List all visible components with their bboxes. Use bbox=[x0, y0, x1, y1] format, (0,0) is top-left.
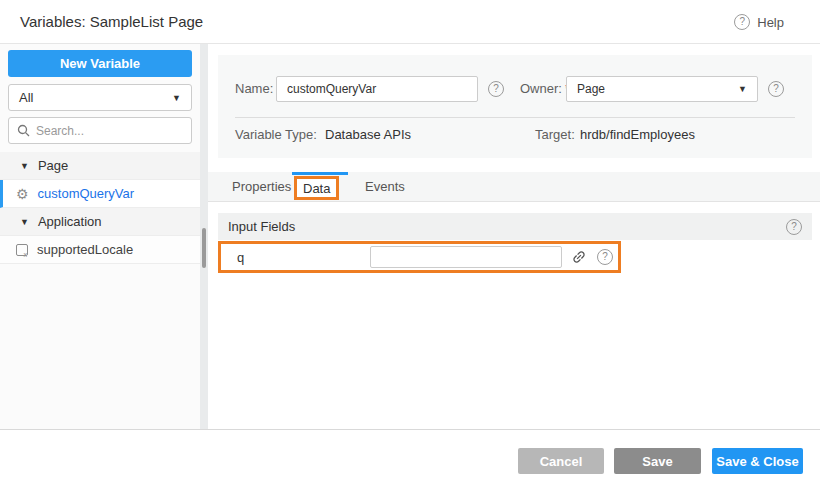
input-fields-header: Input Fields bbox=[218, 213, 812, 240]
input-fields-help-icon[interactable] bbox=[786, 219, 802, 235]
name-input[interactable] bbox=[276, 76, 478, 102]
tree-group-label: Page bbox=[38, 158, 68, 173]
tree-group-page[interactable]: ▼ Page bbox=[0, 152, 200, 180]
tree-group-label: Application bbox=[38, 214, 102, 229]
name-help-icon[interactable] bbox=[488, 81, 504, 97]
variable-search bbox=[8, 117, 192, 144]
new-variable-button[interactable]: New Variable bbox=[8, 50, 192, 77]
dialog-footer: Cancel Save Save & Close bbox=[0, 429, 820, 489]
bind-link-icon[interactable] bbox=[571, 249, 587, 265]
chevron-down-icon: ▼ bbox=[738, 84, 747, 94]
input-field-row-q: q bbox=[218, 241, 621, 273]
variable-meta-row: Variable Type: Database APIs Target: hrd… bbox=[235, 127, 795, 147]
detail-tabbar: Properties Data Events bbox=[208, 172, 820, 202]
name-label: Name:* bbox=[235, 76, 281, 102]
collapse-triangle-icon: ▼ bbox=[20, 217, 29, 227]
target-label: Target: bbox=[535, 127, 575, 142]
tree-item-supportedlocale[interactable]: supportedLocale bbox=[0, 236, 200, 264]
dialog-header: Variables: SampleList Page Help bbox=[0, 0, 820, 44]
sidebar-scrollbar[interactable] bbox=[200, 44, 208, 429]
help-button[interactable]: Help bbox=[734, 0, 784, 44]
active-tab-indicator bbox=[292, 172, 348, 175]
owner-help-icon[interactable] bbox=[768, 81, 784, 97]
tab-properties[interactable]: Properties bbox=[232, 172, 291, 202]
tree-item-customqueryvar[interactable]: ⚙ customQueryVar bbox=[0, 180, 200, 208]
tree-item-label: customQueryVar bbox=[38, 186, 135, 201]
page-title: Variables: SampleList Page bbox=[20, 0, 203, 44]
locale-icon bbox=[16, 244, 28, 256]
owner-label: Owner:* bbox=[520, 76, 570, 102]
tab-data[interactable]: Data bbox=[294, 176, 339, 200]
save-close-button[interactable]: Save & Close bbox=[712, 448, 803, 474]
tree-group-application[interactable]: ▼ Application bbox=[0, 208, 200, 236]
search-input[interactable] bbox=[36, 124, 183, 138]
variables-sidebar: New Variable All ▼ ▼ Page ⚙ customQueryV… bbox=[0, 44, 200, 429]
owner-selected-value: Page bbox=[577, 82, 605, 96]
search-icon bbox=[17, 124, 30, 137]
field-label-q: q bbox=[221, 250, 370, 265]
variable-type-value: Database APIs bbox=[325, 127, 411, 142]
variable-detail-panel: Name:* Owner:* Page ▼ Variable Type: Dat… bbox=[208, 44, 820, 429]
target-value: hrdb/findEmployees bbox=[580, 127, 695, 142]
tree-item-label: supportedLocale bbox=[37, 242, 133, 257]
variables-tree: ▼ Page ⚙ customQueryVar ▼ Application su… bbox=[0, 152, 200, 264]
variable-filter-select[interactable]: All ▼ bbox=[8, 84, 192, 111]
save-button[interactable]: Save bbox=[614, 448, 701, 474]
input-fields-title: Input Fields bbox=[228, 219, 295, 234]
variable-summary-panel: Name:* Owner:* Page ▼ Variable Type: Dat… bbox=[218, 55, 812, 158]
collapse-triangle-icon: ▼ bbox=[20, 161, 29, 171]
cancel-button[interactable]: Cancel bbox=[518, 448, 604, 474]
gear-icon: ⚙ bbox=[16, 187, 29, 201]
help-icon bbox=[734, 14, 750, 30]
field-input-q[interactable] bbox=[370, 246, 562, 268]
scrollbar-thumb[interactable] bbox=[202, 228, 206, 268]
panel-divider bbox=[235, 117, 795, 118]
help-label: Help bbox=[757, 15, 784, 30]
filter-selected-value: All bbox=[19, 90, 33, 105]
field-help-icon[interactable] bbox=[597, 249, 613, 265]
tab-events[interactable]: Events bbox=[365, 172, 405, 202]
owner-select[interactable]: Page ▼ bbox=[566, 76, 758, 102]
chevron-down-icon: ▼ bbox=[172, 93, 181, 103]
variable-type-label: Variable Type: bbox=[235, 127, 317, 142]
